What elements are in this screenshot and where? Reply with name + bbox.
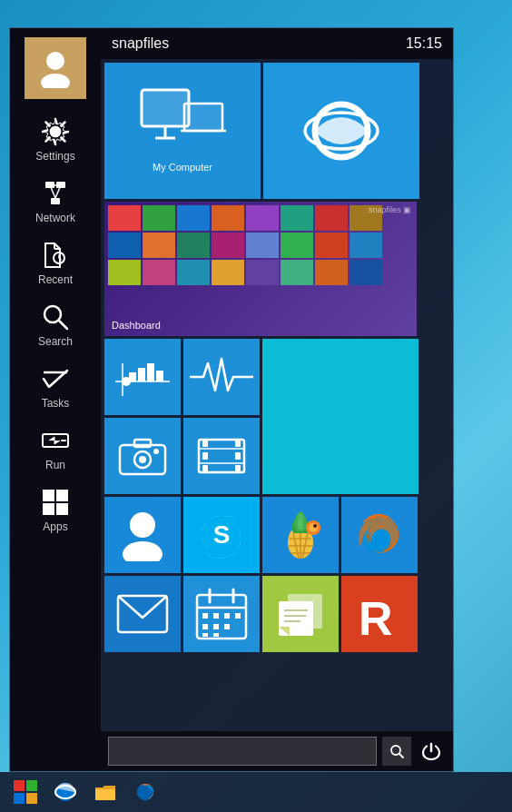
taskbar (0, 772, 512, 812)
tile-rocketdock[interactable]: R (341, 576, 418, 652)
tile-row-5: S (104, 497, 449, 573)
svg-rect-51 (235, 465, 241, 472)
taskbar-explorer-button[interactable] (87, 776, 123, 808)
stats-icon (115, 354, 170, 400)
run-label: Run (45, 459, 65, 471)
tile-skype[interactable]: S (183, 497, 260, 573)
power-button[interactable] (417, 737, 446, 766)
svg-rect-80 (224, 624, 230, 629)
tile-big-blue[interactable] (262, 339, 418, 494)
search-input[interactable] (108, 737, 377, 766)
header: snapfiles 15:15 (101, 28, 453, 59)
firefox-icon (351, 507, 408, 563)
start-menu: Settings Network (9, 27, 454, 772)
taskbar-firefox-icon (133, 780, 157, 804)
sidebar-item-network[interactable]: Network (10, 170, 101, 232)
sidebar-item-apps[interactable]: Apps (10, 479, 101, 540)
tile-pineapple[interactable] (262, 497, 339, 573)
camera-icon (118, 436, 167, 476)
svg-rect-74 (202, 613, 208, 619)
search-button[interactable] (382, 737, 411, 766)
svg-rect-77 (235, 613, 241, 619)
monitor-icon (137, 85, 228, 158)
svg-point-55 (123, 541, 162, 561)
tile-dashboard[interactable]: Dashboard snapfiles ▣ (104, 202, 417, 336)
svg-rect-50 (235, 452, 241, 460)
svg-rect-36 (129, 372, 136, 381)
search-sidebar-icon (39, 301, 72, 333)
svg-rect-21 (43, 503, 54, 515)
run-icon (39, 424, 72, 457)
taskbar-ie-button[interactable] (47, 776, 84, 808)
svg-rect-28 (184, 104, 222, 131)
pineapple-icon (273, 508, 328, 562)
sidebar-item-tasks[interactable]: Tasks (10, 355, 101, 417)
person-icon (35, 48, 75, 88)
svg-rect-20 (56, 490, 68, 501)
svg-rect-37 (138, 368, 145, 381)
windows-icon (13, 779, 38, 805)
tile-calendar[interactable] (183, 576, 260, 652)
svg-rect-24 (142, 90, 189, 126)
time-display: 15:15 (406, 35, 442, 52)
dashboard-label: Dashboard (112, 320, 161, 331)
tile-sticky[interactable] (262, 576, 339, 652)
tasks-icon (39, 362, 72, 395)
svg-rect-82 (213, 633, 219, 637)
sticky-notes-icon (273, 587, 328, 641)
sidebar-item-search[interactable]: Search (10, 293, 101, 355)
apps-label: Apps (43, 520, 67, 533)
svg-point-66 (313, 524, 317, 528)
svg-point-43 (139, 456, 146, 463)
svg-rect-22 (56, 503, 68, 515)
my-computer-label: My Computer (145, 158, 220, 176)
sidebar-item-recent[interactable]: Recent (10, 232, 101, 293)
person-tile-icon (120, 509, 165, 561)
svg-rect-93 (26, 780, 37, 791)
svg-rect-79 (213, 624, 219, 629)
tile-firefox[interactable] (341, 497, 418, 573)
settings-label: Settings (35, 150, 74, 163)
user-avatar-button[interactable] (10, 28, 101, 108)
svg-rect-46 (202, 440, 208, 447)
tiles-area: snapfiles 15:15 (101, 28, 453, 771)
taskbar-firefox-button[interactable] (127, 776, 163, 808)
svg-line-15 (59, 321, 67, 329)
taskbar-folder-icon (94, 780, 117, 804)
svg-rect-76 (224, 613, 230, 619)
svg-rect-47 (202, 452, 208, 460)
svg-rect-48 (202, 465, 208, 472)
svg-rect-38 (147, 363, 154, 381)
svg-point-65 (309, 523, 318, 532)
sidebar-item-settings[interactable]: Settings (10, 108, 101, 170)
svg-rect-41 (134, 440, 151, 447)
svg-text:S: S (213, 520, 231, 549)
heartbeat-icon (190, 354, 253, 400)
svg-rect-7 (51, 198, 60, 204)
tile-heartbeat[interactable] (183, 339, 260, 415)
tile-stats[interactable] (104, 339, 181, 415)
avatar (25, 37, 86, 99)
recent-label: Recent (38, 273, 73, 286)
tile-my-computer[interactable]: My Computer (104, 63, 261, 199)
search-icon (389, 744, 404, 758)
svg-rect-78 (202, 624, 208, 629)
svg-rect-81 (202, 633, 208, 637)
svg-rect-94 (14, 793, 25, 804)
svg-rect-92 (14, 780, 25, 791)
svg-point-44 (153, 449, 159, 454)
tile-camera[interactable] (104, 418, 181, 494)
taskbar-ie-icon (54, 780, 77, 804)
dashboard-watermark: snapfiles ▣ (369, 205, 411, 214)
bottom-bar (101, 731, 453, 771)
sidebar-item-run[interactable]: Run (10, 417, 101, 479)
tile-row-6: R (104, 576, 449, 652)
tile-mail[interactable] (104, 576, 181, 652)
tiles-grid: My Computer (101, 59, 453, 731)
tile-ie[interactable] (263, 63, 419, 199)
taskbar-start-button[interactable] (7, 776, 44, 808)
network-icon (39, 177, 72, 210)
tile-film[interactable] (183, 418, 260, 494)
gear-icon (39, 115, 72, 148)
tile-person[interactable] (104, 497, 181, 573)
